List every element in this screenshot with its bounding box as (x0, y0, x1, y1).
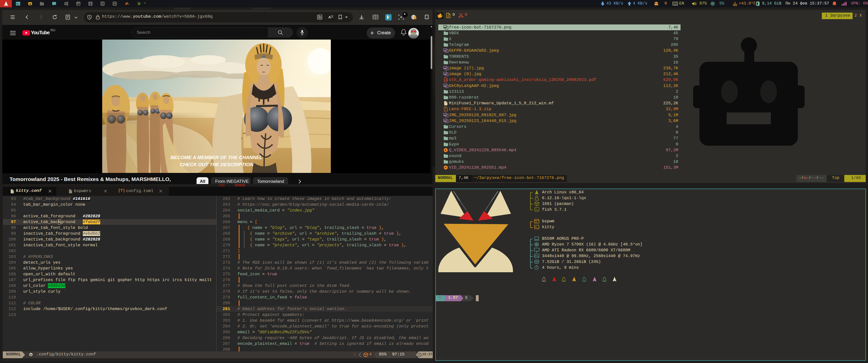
svg-text:BECOME A MEMBER OF THE CHANNEL: BECOME A MEMBER OF THE CHANNEL (170, 155, 262, 160)
svg-text:CHECK OUT THE DESCRIPTION: CHECK OUT THE DESCRIPTION (180, 162, 254, 167)
svg-text:文: 文 (331, 15, 334, 18)
svg-text:PDF: PDF (444, 79, 448, 81)
